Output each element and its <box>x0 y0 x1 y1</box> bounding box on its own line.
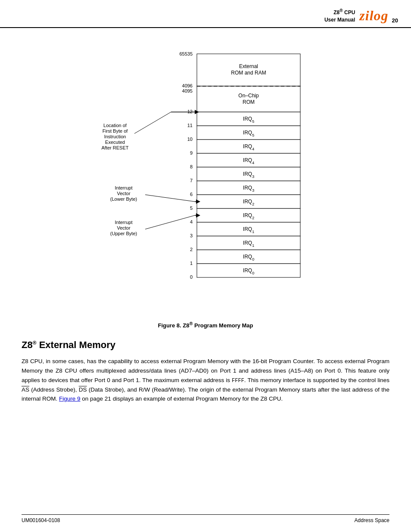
svg-text:8: 8 <box>190 164 193 169</box>
svg-text:Interrupt: Interrupt <box>115 185 133 190</box>
doc-title-z8: Z8® CPU <box>333 9 355 16</box>
svg-text:5: 5 <box>190 205 193 211</box>
page-number: 20 <box>392 17 398 24</box>
svg-text:First Byte of: First Byte of <box>103 128 128 134</box>
svg-text:Vector: Vector <box>117 225 131 230</box>
svg-text:4095: 4095 <box>182 88 193 93</box>
svg-text:1: 1 <box>190 261 193 266</box>
svg-text:7: 7 <box>190 178 193 183</box>
svg-text:4096: 4096 <box>182 83 193 88</box>
figure-caption: Figure 8. Z8® Program Memory Map <box>22 321 389 329</box>
svg-text:External: External <box>239 63 258 69</box>
svg-text:65535: 65535 <box>179 51 193 56</box>
svg-text:3: 3 <box>190 233 193 238</box>
svg-text:On–Chip: On–Chip <box>238 93 259 99</box>
as-overline: AS <box>22 386 29 393</box>
svg-text:Executed: Executed <box>105 140 125 145</box>
svg-text:11: 11 <box>187 123 193 128</box>
footer-doc-id: UM001604-0108 <box>22 517 60 523</box>
svg-text:Location of: Location of <box>103 123 127 128</box>
doc-title: Z8® CPU User Manual <box>324 8 355 24</box>
svg-text:Interrupt: Interrupt <box>115 220 133 225</box>
diagram-wrapper: External ROM and RAM On–Chip ROM IRQ5 I <box>89 45 322 317</box>
svg-text:9: 9 <box>190 150 193 156</box>
svg-line-64 <box>145 215 195 229</box>
svg-text:4: 4 <box>190 219 193 224</box>
svg-text:After RESET: After RESET <box>102 145 129 150</box>
body-paragraph-1: Z8 CPU, in some cases, has the capabilit… <box>22 357 389 404</box>
svg-text:Instruction: Instruction <box>104 134 126 139</box>
figure9-link[interactable]: Figure 9 <box>59 395 81 402</box>
svg-text:Vector: Vector <box>117 191 131 196</box>
svg-text:0: 0 <box>190 274 193 280</box>
svg-text:10: 10 <box>187 137 193 142</box>
svg-line-58 <box>145 195 195 202</box>
page-footer: UM001604-0108 Address Space <box>22 514 389 523</box>
svg-line-52 <box>134 112 171 134</box>
svg-text:6: 6 <box>190 192 193 197</box>
svg-text:(Upper Byte): (Upper Byte) <box>110 231 137 236</box>
page-header: Z8® CPU User Manual zilog 20 <box>0 0 411 28</box>
footer-section: Address Space <box>355 517 389 523</box>
diagram-container: External ROM and RAM On–Chip ROM IRQ5 I <box>22 45 389 317</box>
svg-text:2: 2 <box>190 247 193 252</box>
zilog-logo: zilog <box>359 8 388 24</box>
svg-text:ROM and RAM: ROM and RAM <box>231 70 266 76</box>
memory-map-svg: External ROM and RAM On–Chip ROM IRQ5 I <box>89 45 322 317</box>
svg-text:12: 12 <box>187 109 193 114</box>
main-content: External ROM and RAM On–Chip ROM IRQ5 I <box>0 28 411 417</box>
ds-overline: DS <box>79 386 87 393</box>
section-heading: Z8® External Memory <box>22 339 389 351</box>
ffff-code: FFFF <box>232 378 244 384</box>
svg-text:(Lower Byte): (Lower Byte) <box>110 196 137 202</box>
header-right: zilog 20 <box>359 8 398 24</box>
svg-text:ROM: ROM <box>243 99 255 105</box>
doc-title-manual: User Manual <box>324 17 355 23</box>
